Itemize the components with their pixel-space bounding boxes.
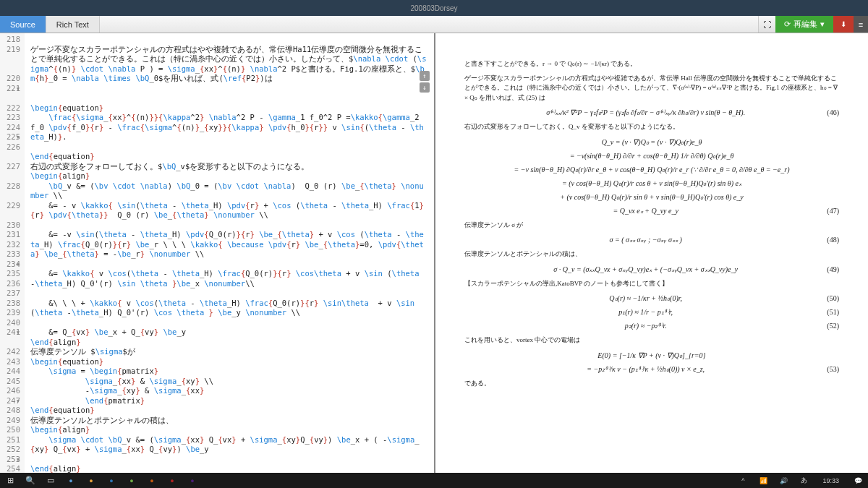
preview-text: 右辺の式変形をフォローしておく。Q_v を変形すると以下のようになる。 <box>464 122 839 132</box>
code-line[interactable]: \bQ_v &= (\bv \cdot \nabla) \bQ_0 = (\bv… <box>30 181 428 201</box>
expand-button[interactable]: ⛶ <box>758 16 775 33</box>
chevron-down-icon: ▾ <box>820 20 825 29</box>
line-number: 235 <box>1 269 20 279</box>
code-area[interactable]: ゲージ不変なスカラーポテンシャルの方程式はやや複雑であるが、常伝導Ha11伝導度… <box>25 33 434 473</box>
nav-down-icon[interactable]: ↓ <box>420 82 430 93</box>
line-number: 249 <box>1 416 20 426</box>
recompile-button[interactable]: ⟳再編集▾ <box>775 16 833 33</box>
code-line[interactable]: ゲージ不変なスカラーポテンシャルの方程式はやや複雑であるが、常伝導Ha11伝導度… <box>30 45 428 84</box>
line-number <box>1 152 20 162</box>
code-line[interactable]: -\sigma_{xy} & \sigma_{xx} <box>30 386 428 396</box>
notifications-icon[interactable]: 💬 <box>848 473 868 488</box>
search-icon: 🔍 <box>25 476 35 485</box>
preview-text: 伝導度テンソルとポテンシャルの積は、 <box>464 249 839 260</box>
preview-eq: σ⁽ⁿ⁾ₓₓ/κ² ∇²P − γ₁f₀²P = (γ₂f₀ ∂f₀/∂r − … <box>464 107 839 118</box>
code-line[interactable]: &= - v \kakko{ \sin(\theta - \theta_H) \… <box>30 201 428 221</box>
code-line[interactable]: \begin{equation} <box>30 103 428 114</box>
line-number: 228 <box>1 181 20 192</box>
code-line[interactable]: 伝導度テンソルとポテンシャルの積は、 <box>30 416 428 426</box>
code-line[interactable]: \sigma = \begin{pmatrix} <box>30 367 428 377</box>
line-number: 248 <box>1 406 20 416</box>
code-line[interactable]: \begin{align} <box>30 425 428 435</box>
code-line[interactable]: 右辺の式変形をフォローしておく。$\bQ_v$を変形すると以下のようになる。 <box>30 162 428 172</box>
code-line[interactable] <box>30 318 428 328</box>
line-number: 231 <box>1 230 20 240</box>
line-number: 220 ▾ <box>1 74 20 84</box>
code-line[interactable]: \end{align} <box>30 338 428 348</box>
code-line[interactable] <box>30 93 428 103</box>
code-line[interactable] <box>30 221 428 231</box>
windows-taskbar[interactable]: ⊞ 🔍 ▭ ● ● ● ● ● ● ● ^ 📶 🔊 あ 19:33 💬 <box>0 473 868 488</box>
editor-toolbar: Source Rich Text ⛶ ⟳再編集▾ ⬇ ≡ <box>0 16 868 33</box>
ime-indicator[interactable]: あ <box>793 473 814 488</box>
line-number: 237 <box>1 288 20 299</box>
preview-text: 【スカラーポテンシャルの導出,KatoBVP のノートも参考にして書く】 <box>464 279 839 289</box>
preview-eq: = (v cos(θ−θ_H) Q₀(r)/r cos θ + v sin(θ−… <box>464 178 839 189</box>
tab-richtext[interactable]: Rich Text <box>46 16 100 33</box>
code-line[interactable]: \end{align} <box>30 464 428 473</box>
line-number: 247 <box>1 396 20 406</box>
line-number: 238 <box>1 299 20 309</box>
code-line[interactable] <box>30 84 428 94</box>
code-line[interactable] <box>30 260 428 270</box>
search-button[interactable]: 🔍 <box>20 473 41 488</box>
toolbar-spacer <box>100 16 758 33</box>
refresh-icon: ⟳ <box>784 20 791 29</box>
code-line[interactable]: \end{pmatrix} <box>30 396 428 406</box>
source-editor[interactable]: ↑ ↓ 218219220 ▾221222223224 ▾22522622722… <box>0 33 434 473</box>
code-line[interactable]: \sigma \cdot \bQ_v &= (\sigma_{xx} Q_{vx… <box>30 435 428 455</box>
code-line[interactable]: &= \kakko{ v \cos(\theta - \theta_H) \fr… <box>30 269 428 288</box>
code-line[interactable]: \end{equation} <box>30 152 428 162</box>
preview-text: 伝導度テンソル σ が <box>464 221 839 231</box>
pdf-preview[interactable]: と書き下すことができる。r → 0 で Q₀(r) ∼ −1/(κr) である。… <box>434 33 868 473</box>
code-line[interactable] <box>30 142 428 153</box>
preview-eq: Q_v = (v · ∇)Q₀ = (v · ∇)Q₀(r)e_θ <box>464 137 839 147</box>
preview-eq: = −v(sin(θ−θ_H) ∂/∂r + cos(θ−θ_H) 1/r ∂/… <box>464 150 839 161</box>
line-number <box>1 64 20 74</box>
line-number: 242 <box>1 347 20 357</box>
line-number: 253 <box>1 455 20 465</box>
preview-text: これを用いると、vortex 中心での電場は <box>464 335 839 346</box>
app-icon[interactable]: ● <box>101 473 122 488</box>
line-number: 250 <box>1 425 20 435</box>
code-line[interactable] <box>30 35 428 45</box>
line-number: 239 <box>1 308 20 318</box>
code-line[interactable]: \sigma_{xx} & \sigma_{xy} \\ <box>30 377 428 387</box>
app-icon[interactable]: ● <box>81 473 101 488</box>
line-number: 252 ▾ <box>1 445 20 455</box>
network-icon[interactable]: 📶 <box>753 473 773 488</box>
app-icon[interactable]: ● <box>182 473 203 488</box>
line-number: 221 <box>1 84 20 94</box>
taskview-button[interactable]: ▭ <box>41 473 61 488</box>
download-pdf-button[interactable]: ⬇ <box>833 16 854 33</box>
menu-button[interactable]: ≡ <box>854 16 868 33</box>
code-line[interactable]: &\ \ \ + \kakko{ v \cos(\theta - \theta_… <box>30 299 428 318</box>
preview-eq: = −v sin(θ−θ_H) ∂Q₀(r)/∂r e_θ + v cos(θ−… <box>464 164 839 175</box>
line-number: 233 ▾ <box>1 249 20 260</box>
code-line[interactable]: \end{equation} <box>30 406 428 416</box>
line-number: 241 <box>1 328 20 338</box>
line-number <box>1 210 20 221</box>
code-line[interactable]: \begin{align} <box>30 171 428 181</box>
code-line[interactable] <box>30 288 428 299</box>
line-number: 230 <box>1 221 20 231</box>
app-icon[interactable]: ● <box>162 473 182 488</box>
app-icon[interactable]: ● <box>61 473 81 488</box>
volume-icon[interactable]: 🔊 <box>773 473 793 488</box>
start-button[interactable]: ⊞ <box>0 473 20 488</box>
tab-source[interactable]: Source <box>0 16 46 33</box>
code-line[interactable] <box>30 455 428 465</box>
clock[interactable]: 19:33 <box>814 477 848 484</box>
app-icon[interactable]: ● <box>122 473 142 488</box>
code-line[interactable]: \begin{equation} <box>30 357 428 367</box>
code-line[interactable]: &= Q_{vx} \be_x + Q_{vy} \be_y <box>30 328 428 338</box>
code-line[interactable]: 伝導度テンソル $\sigma$が <box>30 347 428 357</box>
preview-eq: + (v cos(θ−θ_H) Q₀(r)/r sin θ + v sin(θ−… <box>464 192 839 202</box>
nav-up-icon[interactable]: ↑ <box>420 71 430 81</box>
app-icon[interactable]: ● <box>142 473 162 488</box>
taskview-icon: ▭ <box>47 476 54 485</box>
tray-icon[interactable]: ^ <box>733 473 753 488</box>
line-number: 251 <box>1 435 20 445</box>
code-line[interactable]: \frac{\sigma_{xx}^{(n)}}{\kappa^2} \nabl… <box>30 113 428 142</box>
code-line[interactable]: &= -v \sin(\theta - \theta_H) \pdv{Q_0(r… <box>30 230 428 260</box>
